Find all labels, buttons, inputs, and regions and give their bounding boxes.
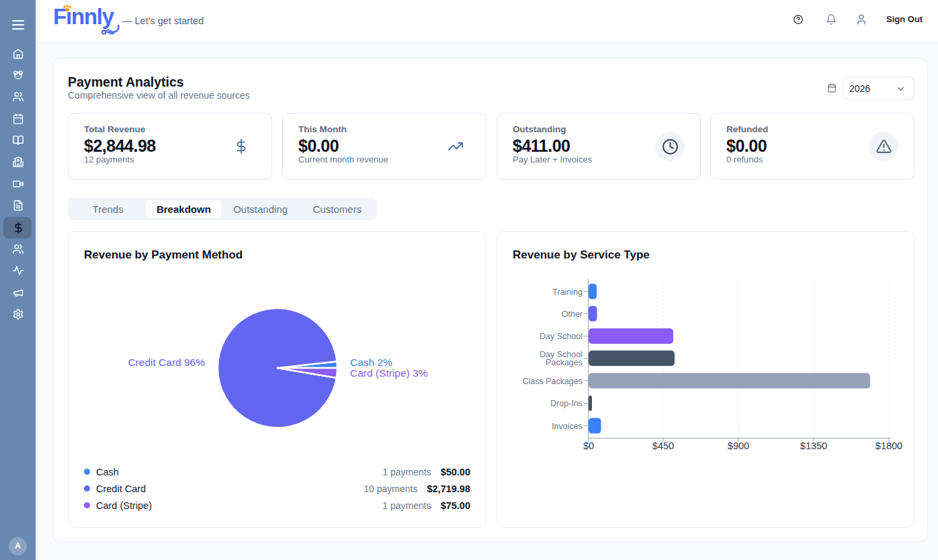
svg-text:Class Packages: Class Packages: [522, 377, 583, 386]
svg-text:Training: Training: [552, 287, 583, 297]
svg-text:$900: $900: [728, 440, 749, 451]
svg-text:Drop-Ins: Drop-Ins: [550, 399, 583, 408]
svg-text:$450: $450: [652, 440, 674, 451]
svg-text:$1800: $1800: [876, 440, 902, 451]
svg-text:Cash 2%: Cash 2%: [350, 357, 392, 368]
svg-text:Day School: Day School: [540, 332, 583, 341]
svg-text:$0: $0: [583, 440, 594, 451]
svg-text:Packages: Packages: [546, 358, 583, 367]
svg-text:$1350: $1350: [800, 440, 827, 451]
svg-text:Other: Other: [562, 310, 583, 319]
svg-text:Invoices: Invoices: [552, 422, 583, 431]
svg-text:Credit Card 96%: Credit Card 96%: [128, 357, 205, 368]
svg-text:Card (Stripe) 3%: Card (Stripe) 3%: [350, 367, 428, 379]
